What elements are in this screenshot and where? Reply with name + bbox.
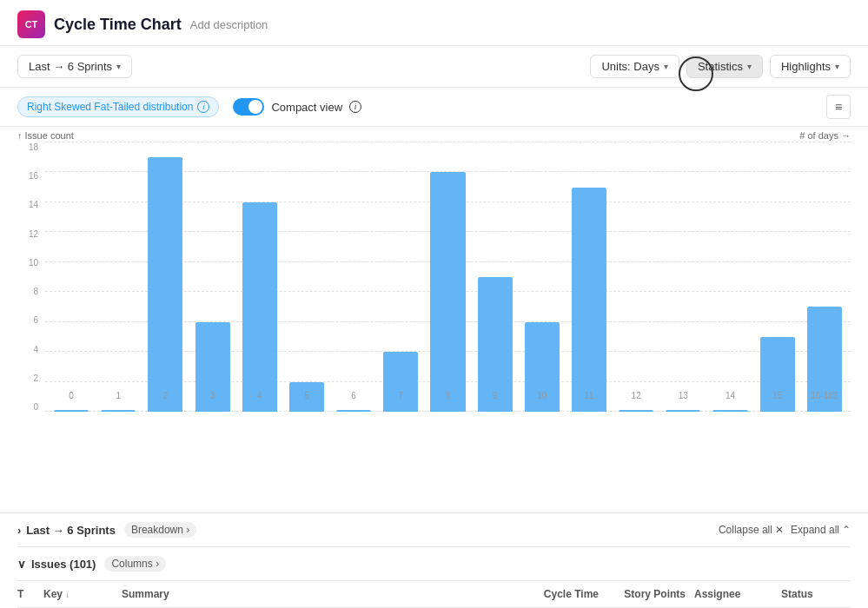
chart-options-left: Right Skewed Fat-Tailed distribution i C… — [17, 96, 361, 117]
col-header-cycle-time: Cycle Time — [520, 588, 599, 600]
x-tick-14: 14 — [708, 391, 752, 400]
bar-group-0[interactable] — [50, 142, 93, 412]
distribution-info-icon[interactable]: i — [197, 101, 209, 113]
export-icon: ≡ — [835, 100, 842, 114]
x-tick-5: 5 — [285, 391, 328, 400]
y-axis-label: ↑ Issue count — [17, 130, 74, 141]
app-logo: CT — [17, 10, 45, 38]
export-button[interactable]: ≡ — [826, 95, 851, 119]
sprint-breakdown-badge[interactable]: Breakdown › — [124, 522, 196, 538]
x-tick-6: 6 — [332, 391, 375, 400]
y-tick-2: 2 — [17, 373, 42, 383]
x-tick-16-18$: 16-18$ — [803, 391, 846, 400]
issues-section-toggle[interactable]: ∨ Issues (101) — [17, 558, 96, 571]
bar-group-6[interactable] — [332, 142, 375, 412]
sections-area: › Last → 6 Sprints Breakdown › Collapse … — [0, 512, 868, 608]
sprint-filter-button[interactable]: Last → 6 Sprints ▾ — [17, 55, 132, 78]
bar-group-4[interactable] — [238, 142, 282, 412]
toolbar-left: Last → 6 Sprints ▾ — [17, 55, 132, 78]
statistics-label: Statistics — [698, 60, 743, 73]
sprint-section-label: Last → 6 Sprints — [26, 524, 116, 537]
x-tick-13: 13 — [661, 391, 705, 400]
y-tick-18: 18 — [17, 142, 42, 152]
highlights-button[interactable]: Highlights ▾ — [770, 55, 851, 78]
add-description-link[interactable]: Add description — [190, 18, 268, 31]
x-tick-8: 8 — [426, 391, 469, 400]
x-axis: 012345678910111213141516-18$ — [45, 387, 851, 412]
header: CT Cycle Time Chart Add description — [0, 0, 868, 46]
highlights-label: Highlights — [781, 60, 831, 73]
bar-group-10[interactable] — [520, 142, 564, 412]
sprint-section-actions: Collapse all ✕ Expand all ⌃ — [719, 524, 851, 536]
col-header-summary: Summary — [122, 588, 512, 600]
chart-options: Right Skewed Fat-Tailed distribution i C… — [0, 88, 868, 127]
x-tick-15: 15 — [756, 391, 799, 400]
x-tick-2: 2 — [143, 391, 187, 400]
sprint-filter-label: Last → 6 Sprints — [29, 60, 112, 73]
sprint-filter-chevron: ▾ — [116, 62, 121, 71]
issues-section-header: ∨ Issues (101) Columns › — [17, 547, 851, 581]
toolbar-right: Units: Days ▾ Statistics ▾ Highlights ▾ — [590, 55, 851, 78]
compact-view-toggle-container: Compact view i — [233, 98, 361, 116]
x-axis-label: # of days → — [799, 130, 851, 141]
toolbar: Last → 6 Sprints ▾ Units: Days ▾ Statist… — [0, 46, 868, 88]
bar-group-2[interactable] — [143, 142, 187, 412]
bar-group-5[interactable] — [285, 142, 328, 412]
sprint-section-toggle[interactable]: › Last → 6 Sprints — [17, 524, 116, 537]
statistics-chevron: ▾ — [747, 62, 752, 71]
bar-group-14[interactable] — [708, 142, 752, 412]
bar-8 — [430, 172, 465, 412]
x-tick-3: 3 — [191, 391, 235, 400]
expand-all-button[interactable]: Expand all ⌃ — [791, 524, 851, 536]
col-header-key[interactable]: Key ↓ — [43, 588, 113, 600]
bar-group-12[interactable] — [614, 142, 658, 412]
bar-group-3[interactable] — [191, 142, 235, 412]
bar-group-15[interactable] — [756, 142, 799, 412]
table-header: T Key ↓ Summary Cycle Time Story Points … — [17, 581, 851, 608]
key-sort-icon: ↓ — [65, 590, 70, 599]
col-header-assignee: Assignee — [694, 588, 772, 600]
bar-2 — [148, 157, 182, 412]
y-tick-16: 16 — [17, 171, 42, 181]
sprint-section-expand-icon: › — [17, 524, 21, 537]
collapse-all-button[interactable]: Collapse all ✕ — [719, 524, 784, 536]
x-tick-9: 9 — [474, 391, 517, 400]
statistics-button[interactable]: Statistics ▾ — [686, 55, 763, 78]
bar-group-16-18$[interactable] — [803, 142, 846, 412]
y-tick-0: 0 — [17, 402, 42, 412]
bar-group-9[interactable] — [474, 142, 517, 412]
bar-group-1[interactable] — [96, 142, 140, 412]
issues-columns-badge[interactable]: Columns › — [104, 556, 166, 572]
col-header-story-points: Story Points — [607, 588, 686, 600]
bar-group-13[interactable] — [661, 142, 705, 412]
bar-group-11[interactable] — [567, 142, 611, 412]
x-tick-12: 12 — [614, 391, 658, 400]
bar-group-7[interactable] — [379, 142, 422, 412]
y-axis: 0 2 4 6 8 10 12 14 16 18 — [17, 142, 42, 412]
chart-inner: 012345678910111213141516-18$ — [45, 142, 851, 412]
x-tick-7: 7 — [379, 391, 422, 400]
x-tick-1: 1 — [96, 391, 140, 400]
issues-section-expand-icon: ∨ — [17, 558, 26, 571]
page-title: Cycle Time Chart — [54, 16, 182, 34]
compact-view-info-icon[interactable]: i — [349, 101, 361, 113]
y-tick-10: 10 — [17, 258, 42, 268]
compact-view-toggle[interactable] — [233, 98, 264, 116]
x-tick-4: 4 — [238, 391, 282, 400]
app-container: CT Cycle Time Chart Add description Last… — [0, 0, 868, 608]
y-tick-14: 14 — [17, 200, 42, 209]
col-header-type: T — [17, 588, 35, 600]
compact-view-label: Compact view — [271, 101, 342, 114]
chart-container: 0 2 4 6 8 10 12 14 16 18 — [17, 142, 851, 438]
distribution-label: Right Skewed Fat-Tailed distribution — [27, 101, 193, 113]
y-tick-12: 12 — [17, 229, 42, 239]
units-chevron: ▾ — [664, 62, 668, 71]
units-label: Units: Days — [601, 60, 659, 73]
units-button[interactable]: Units: Days ▾ — [590, 55, 679, 78]
highlights-chevron: ▾ — [835, 62, 839, 71]
bar-group-8[interactable] — [426, 142, 469, 412]
bars-container — [45, 142, 851, 412]
issues-section-label: Issues (101) — [31, 558, 96, 571]
bar-11 — [572, 188, 606, 412]
x-tick-10: 10 — [520, 391, 564, 400]
